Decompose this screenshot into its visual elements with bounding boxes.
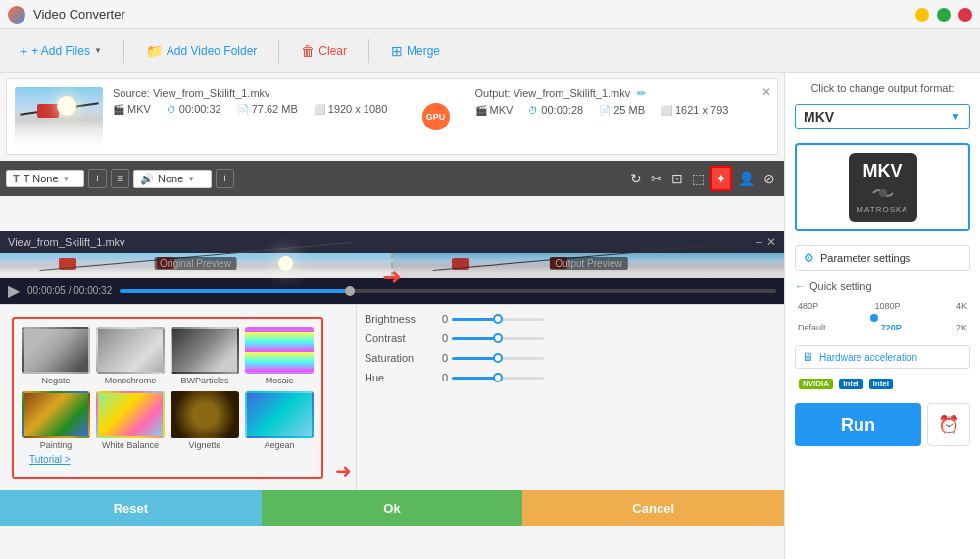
format-icon-box: MKV MATROSKA: [795, 143, 970, 231]
maximize-button[interactable]: [937, 8, 951, 22]
hue-label: Hue: [365, 372, 428, 383]
output-preview-label: Output Preview: [549, 257, 627, 270]
effects-toolbar-right: ↻ ✂ ⊡ ⬚ ✦ 👤 ⊘: [627, 166, 778, 191]
original-preview-label: Original Preview: [154, 257, 237, 270]
filter-grid-panel: Negate Monochrome BWParticles: [12, 317, 323, 479]
hue-slider[interactable]: [452, 377, 544, 380]
add-files-button[interactable]: + + Add Files ▼: [10, 37, 112, 65]
res-default[interactable]: Default: [795, 322, 829, 333]
saturation-fill: [452, 357, 498, 360]
audio-effect-dropdown[interactable]: 🔊 None ▼: [133, 170, 212, 188]
out-format-icon: 🎬: [475, 105, 487, 116]
hue-value: 0: [428, 372, 448, 383]
brightness-label: Brightness: [365, 313, 428, 325]
modal-minimize-button[interactable]: –: [756, 235, 762, 249]
subtitle-icon-button[interactable]: ⊘: [760, 168, 778, 189]
filter-mosaic[interactable]: Mosaic: [245, 327, 314, 385]
run-button[interactable]: Run: [795, 403, 921, 446]
text-settings-button[interactable]: ≡: [111, 169, 129, 188]
window-controls: [915, 8, 972, 22]
left-panel: ✕ Source: View_from_Skilift_1.mkv 🎬: [0, 73, 784, 559]
edit-output-button[interactable]: ✏: [637, 87, 646, 99]
add-text-button[interactable]: +: [88, 169, 107, 188]
saturation-label: Saturation: [365, 352, 428, 364]
add-folder-button[interactable]: 📁 Add Video Folder: [136, 37, 268, 65]
progress-fill: [120, 289, 349, 293]
modal-close-button[interactable]: ✕: [766, 235, 776, 249]
play-button[interactable]: ▶: [8, 281, 20, 300]
alarm-button[interactable]: ⏰: [927, 403, 970, 446]
filter-monochrome[interactable]: Monochrome: [96, 327, 165, 385]
effects-toolbar-left: T T None ▼ + ≡ 🔊 None ▼ +: [6, 169, 623, 188]
cable-car: [37, 104, 59, 118]
main-toolbar: + + Add Files ▼ 📁 Add Video Folder 🗑 Cle…: [0, 29, 980, 73]
format-selector[interactable]: MKV ▼: [795, 104, 970, 129]
parameter-settings-button[interactable]: ⚙ Parameter settings: [795, 245, 970, 271]
text-effect-dropdown[interactable]: T T None ▼: [6, 170, 84, 187]
toolbar-separator-2: [278, 39, 279, 63]
cancel-button[interactable]: Cancel: [522, 490, 784, 526]
progress-bar[interactable]: [120, 289, 776, 293]
merge-button[interactable]: ⊞ Merge: [381, 37, 450, 65]
output-size-prop: 📄 25 MB: [599, 104, 645, 116]
filter-whitebalance[interactable]: White Balance: [96, 391, 165, 450]
resolution-bar-top: 480P 1080P 4K: [795, 300, 970, 312]
saturation-slider[interactable]: [452, 357, 544, 360]
clear-icon: 🗑: [301, 43, 315, 59]
enhance-icon-button[interactable]: 👤: [735, 168, 758, 189]
res-720p[interactable]: 720P: [878, 322, 905, 333]
out-resolution-icon: ⬜: [661, 105, 672, 116]
crop-icon-button[interactable]: ⊡: [668, 168, 686, 189]
filter-bwp-thumb: [171, 327, 239, 374]
quick-setting-icon: ←: [795, 280, 806, 292]
res-1080p[interactable]: 1080P: [872, 300, 904, 312]
filter-negate[interactable]: Negate: [22, 327, 90, 385]
res-480p[interactable]: 480P: [795, 300, 821, 312]
filter-vignette[interactable]: Vignette: [171, 391, 239, 450]
effects-icon-button[interactable]: ✦: [710, 166, 732, 191]
cut-icon-button[interactable]: ✂: [648, 168, 665, 189]
brightness-value: 0: [428, 313, 448, 325]
audio-icon: 🔊: [140, 173, 154, 185]
app-title: Video Converter: [33, 7, 915, 22]
saturation-thumb: [493, 353, 503, 363]
clear-button[interactable]: 🗑 Clear: [291, 37, 357, 65]
format-selector-text: MKV: [804, 109, 834, 125]
resolution-thumb: [870, 314, 878, 322]
duration-icon: ⏱: [167, 104, 176, 115]
close-button[interactable]: [958, 8, 972, 22]
title-bar: Video Converter: [0, 0, 980, 29]
res-4k[interactable]: 4K: [954, 300, 970, 312]
sliders-panel: Brightness 0 Contrast 0: [356, 305, 552, 490]
tutorial-link[interactable]: Tutorial >: [22, 450, 314, 469]
filter-aegean[interactable]: Aegean: [245, 391, 314, 450]
mkv-logo: MKV MATROSKA: [849, 153, 917, 222]
filter-mono-label: Monochrome: [105, 376, 157, 385]
format-hint: Click to change output format:: [795, 82, 970, 94]
nvidia-badge: NVIDIA: [799, 379, 833, 389]
effects-toolbar: T T None ▼ + ≡ 🔊 None ▼ + ↻ ✂ ⊡ ⬚ ✦: [0, 161, 784, 196]
res-2k[interactable]: 2K: [954, 322, 970, 333]
reset-button[interactable]: Reset: [0, 490, 262, 526]
source-resolution-prop: ⬜ 1920 x 1080: [314, 103, 388, 115]
toolbar-separator-3: [368, 39, 369, 63]
gpu-badge: GPU: [422, 103, 450, 130]
filter-bwparticles[interactable]: BWParticles: [171, 327, 239, 385]
add-audio-button[interactable]: +: [216, 169, 234, 188]
action-arrow-container: ➜: [335, 305, 356, 490]
file-close-button[interactable]: ✕: [761, 85, 771, 99]
output-duration-prop: ⏱ 00:00:28: [528, 104, 583, 116]
rotate-icon-button[interactable]: ↻: [627, 168, 645, 189]
filter-section: Negate Monochrome BWParticles: [0, 304, 784, 490]
filter-painting[interactable]: Painting: [22, 391, 90, 450]
watermark-icon-button[interactable]: ⬚: [689, 168, 708, 189]
hardware-badges: NVIDIA Intel Intel: [795, 379, 970, 389]
minimize-button[interactable]: [915, 8, 929, 22]
contrast-slider[interactable]: [452, 337, 544, 340]
filter-wb-thumb: [96, 391, 165, 438]
saturation-row: Saturation 0: [365, 352, 544, 364]
quick-setting-section: ← Quick setting 480P 1080P 4K Default 72…: [795, 280, 970, 335]
brightness-slider[interactable]: [452, 318, 544, 321]
dropdown-arrow-icon: ▼: [94, 46, 102, 55]
ok-button[interactable]: Ok: [262, 490, 523, 526]
